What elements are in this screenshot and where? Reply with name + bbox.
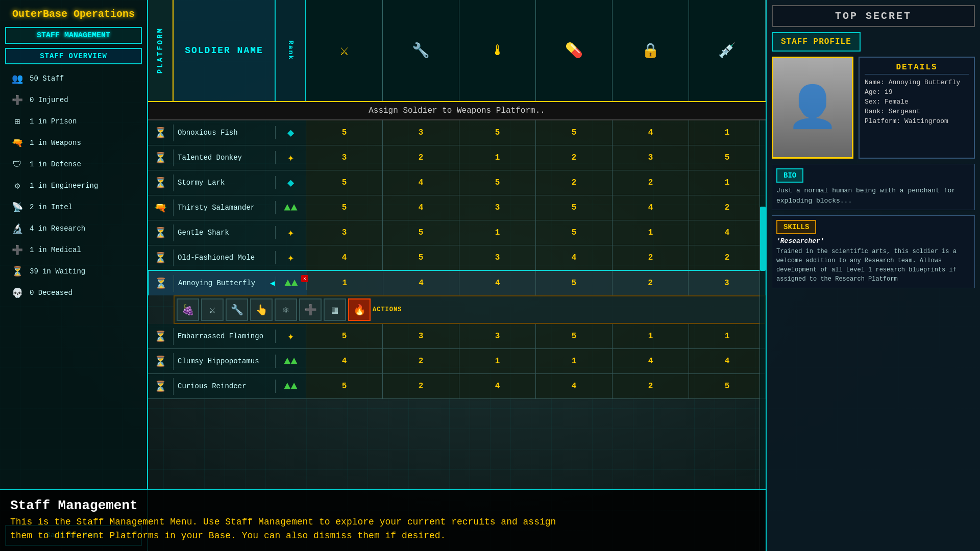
action-btn-2[interactable]: 🔧 xyxy=(226,298,248,321)
rank-badge: ◆ xyxy=(287,176,294,190)
bottom-bar: Staff Management This is the Staff Manag… xyxy=(0,489,766,551)
row-rank-col: ✦ xyxy=(276,251,306,265)
stat-col-4: 🔒 xyxy=(612,0,689,101)
rank-badge: ◆ xyxy=(287,126,294,140)
soldier-name-header: SOLDIER NAME xyxy=(185,45,263,56)
row-rank-col: ▲▲ xyxy=(276,355,306,368)
stat-cell-4: 2 xyxy=(612,170,689,195)
row-icon-col: ⏳ xyxy=(148,174,174,191)
table-row[interactable]: ⏳ Embarrassed Flamingo ✦ 533511 xyxy=(148,324,766,349)
stat-cell-1: 2 xyxy=(383,145,459,170)
action-btn-7[interactable]: 🔥 xyxy=(348,298,371,321)
action-btn-icon-0: 🍇 xyxy=(182,304,194,316)
staff-item-text: 39 in Waiting xyxy=(30,267,85,276)
action-btn-4[interactable]: ⚛ xyxy=(275,298,297,321)
staff-item-text: 1 in Engineering xyxy=(30,182,98,190)
sidebar-staff-item[interactable]: 🛡 1 in Defense xyxy=(5,154,142,174)
stat-cell-3: 2 xyxy=(536,170,612,195)
table-row[interactable]: ⏳ Clumsy Hippopotamus ▲▲ 421144 xyxy=(148,349,766,374)
stat-cell-3: 4 xyxy=(536,374,612,398)
sidebar-staff-item[interactable]: ⊞ 1 in Prison xyxy=(5,111,142,132)
staff-item-text: 0 Deceased xyxy=(30,289,72,297)
staff-item-icon: 👥 xyxy=(9,70,26,87)
staff-item-icon: ⊞ xyxy=(9,113,26,130)
staff-item-icon: 💀 xyxy=(9,285,26,301)
detail-platform: Platform: Waitingroom xyxy=(865,117,969,125)
row-platform-icon: ⏳ xyxy=(154,152,167,164)
action-btn-3[interactable]: 👆 xyxy=(250,298,273,321)
table-row[interactable]: ⏳ Curious Reindeer ▲▲ 524425 xyxy=(148,374,766,399)
table-row[interactable]: ⏳ Obnoxious Fish ◆ 535541 xyxy=(148,120,766,145)
sidebar-staff-item[interactable]: 📡 2 in Intel xyxy=(5,197,142,217)
x-badge: ✕ xyxy=(301,275,308,282)
row-name-col: Gentle Shark xyxy=(174,226,276,239)
bio-section: BIO Just a normal human being with a pen… xyxy=(772,164,975,210)
stat-cell-1: 5 xyxy=(383,245,459,270)
action-row: 🍇 ⚔ 🔧 👆 ⚛ xyxy=(174,295,766,324)
rank-header: Rank xyxy=(287,40,295,60)
stat-cell-2: 1 xyxy=(459,220,536,245)
stat-cell-1: 5 xyxy=(383,220,459,245)
detail-age: Age: 19 xyxy=(865,88,969,96)
assign-bar[interactable]: Assign Soldier to Weapons Platform.. xyxy=(148,102,766,120)
table-row[interactable]: ⏳ Talented Donkey ✦ 321235 xyxy=(148,145,766,170)
table-row[interactable]: ⏳ Stormy Lark ◆ 545221 xyxy=(148,170,766,195)
staff-item-text: 0 Injured xyxy=(30,96,68,104)
staff-item-icon: ⏳ xyxy=(9,263,26,280)
row-icon-col: ⏳ xyxy=(148,149,174,166)
row-platform-icon: ⏳ xyxy=(155,277,167,290)
rank-badge: ▲▲ xyxy=(284,277,298,290)
stat-cell-5: 2 xyxy=(689,195,766,220)
row-name-col: Obnoxious Fish xyxy=(174,126,276,139)
action-btn-1[interactable]: ⚔ xyxy=(201,298,224,321)
staff-profile-btn[interactable]: STAFF PROFILE xyxy=(772,32,861,52)
skills-badge[interactable]: SKILLS xyxy=(776,220,816,234)
stat-cell-0: 4 xyxy=(306,349,383,373)
stat-cell-5: 5 xyxy=(689,374,766,398)
rank-badge: ▲▲ xyxy=(284,355,297,368)
sidebar-staff-item[interactable]: 🔫 1 in Weapons xyxy=(5,133,142,153)
sidebar-staff-item[interactable]: 👥 50 Staff xyxy=(5,68,142,89)
row-icon-col: ⏳ xyxy=(148,378,174,395)
soldier-list[interactable]: ⏳ Obnoxious Fish ◆ 535541 ⏳ Talented Don… xyxy=(148,120,766,551)
table-row[interactable]: ⏳ Old-Fashioned Mole ✦ 453422 xyxy=(148,245,766,270)
action-btn-icon-1: ⚔ xyxy=(209,304,215,316)
stat-col-2: 🌡 xyxy=(459,0,536,101)
sidebar-staff-item[interactable]: ⏳ 39 in Waiting xyxy=(5,261,142,282)
table-row[interactable]: 🔫 Thirsty Salamander ▲▲ 543542 xyxy=(148,195,766,220)
detail-rank: Rank: Sergeant xyxy=(865,108,969,115)
sidebar: OuterBase Operations STAFF MANAGEMENT ST… xyxy=(0,0,148,551)
row-name-col: Thirsty Salamander xyxy=(174,201,276,214)
stat-cell-0: 5 xyxy=(306,374,383,398)
profile-photo-inner: 👤 xyxy=(773,58,852,157)
profile-silhouette: 👤 xyxy=(787,83,838,133)
stat-col-3: 💊 xyxy=(536,0,612,101)
staff-item-icon: 🛡 xyxy=(9,156,26,172)
action-btn-0[interactable]: 🍇 xyxy=(177,298,199,321)
row-rank-col: ◆ xyxy=(276,176,306,190)
row-rank-col: ◀ ▲▲ ✕ xyxy=(276,277,307,290)
rank-badge: ✦ xyxy=(287,151,294,165)
scrollbar[interactable] xyxy=(760,120,766,551)
stat-cell-5: 4 xyxy=(689,220,766,245)
sidebar-staff-item[interactable]: ➕ 1 in Medical xyxy=(5,240,142,260)
action-btn-6[interactable]: ▦ xyxy=(324,298,346,321)
platform-label: PLATFORM xyxy=(156,27,164,73)
soldier-name: Curious Reindeer xyxy=(178,382,246,390)
soldier-name: Gentle Shark xyxy=(178,229,229,237)
soldier-name: Stormy Lark xyxy=(178,179,225,187)
row-platform-icon: ⏳ xyxy=(154,227,167,239)
staff-item-text: 1 in Defense xyxy=(30,160,81,168)
action-btn-icon-6: ▦ xyxy=(332,304,338,316)
stat-cell-4: 4 xyxy=(612,349,689,373)
table-row[interactable]: ⏳ Gentle Shark ✦ 351514 xyxy=(148,220,766,245)
detail-sex: Sex: Female xyxy=(865,98,969,106)
sidebar-staff-item[interactable]: ⚙ 1 in Engineering xyxy=(5,176,142,196)
sidebar-staff-item[interactable]: ➕ 0 Injured xyxy=(5,90,142,110)
table-row[interactable]: ⏳ Annoying Butterfly ◀ ▲▲ ✕ 144523 xyxy=(148,270,766,295)
action-btn-5[interactable]: ➕ xyxy=(299,298,322,321)
stat-cell-1: 4 xyxy=(383,195,459,220)
sidebar-staff-item[interactable]: 💀 0 Deceased xyxy=(5,283,142,303)
sidebar-staff-item[interactable]: 🔬 4 in Research xyxy=(5,218,142,239)
staff-item-text: 1 in Medical xyxy=(30,246,81,254)
